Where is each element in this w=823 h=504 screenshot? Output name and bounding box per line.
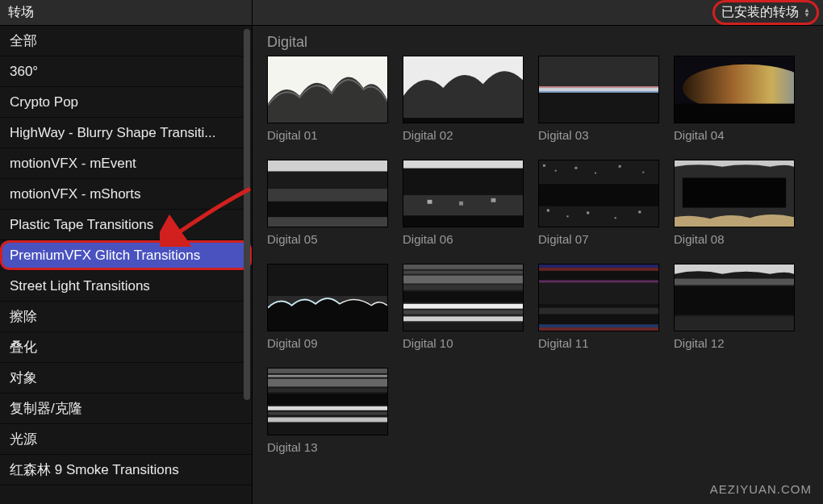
svg-rect-43 bbox=[403, 285, 523, 289]
svg-rect-53 bbox=[539, 281, 658, 283]
svg-rect-27 bbox=[595, 173, 596, 174]
svg-rect-46 bbox=[403, 310, 523, 314]
svg-rect-66 bbox=[268, 394, 387, 405]
svg-rect-64 bbox=[268, 379, 387, 387]
sidebar: 转场 全部 360° Crypto Pop HighWay - Blurry S… bbox=[0, 0, 253, 504]
svg-rect-41 bbox=[403, 271, 523, 274]
svg-rect-28 bbox=[619, 165, 621, 168]
grid-item[interactable]: Digital 04 bbox=[674, 56, 795, 142]
svg-rect-2 bbox=[403, 118, 523, 123]
thumbnail-label: Digital 05 bbox=[267, 232, 388, 246]
sidebar-item-object[interactable]: 对象 bbox=[0, 363, 252, 394]
svg-rect-44 bbox=[403, 291, 523, 302]
thumbnail-digital-09 bbox=[267, 264, 388, 331]
sidebar-item-dissolve[interactable]: 叠化 bbox=[0, 332, 252, 363]
svg-rect-33 bbox=[587, 211, 589, 214]
sidebar-item-360[interactable]: 360° bbox=[0, 56, 252, 87]
sidebar-item-plastic-tape[interactable]: Plastic Tape Transitions bbox=[0, 210, 252, 240]
sidebar-item-premiumvfx-glitch[interactable]: PremiumVFX Glitch Transitions bbox=[0, 240, 252, 271]
svg-rect-47 bbox=[403, 316, 523, 321]
sidebar-item-mevent[interactable]: motionVFX - mEvent bbox=[0, 148, 252, 179]
sidebar-item-crypto-pop[interactable]: Crypto Pop bbox=[0, 87, 252, 118]
grid-item[interactable]: Digital 01 bbox=[267, 56, 388, 142]
sidebar-list: 全部 360° Crypto Pop HighWay - Blurry Shap… bbox=[0, 26, 252, 504]
thumbnail-digital-07 bbox=[538, 160, 659, 227]
svg-rect-45 bbox=[403, 304, 523, 309]
svg-rect-6 bbox=[539, 91, 658, 93]
svg-rect-12 bbox=[268, 172, 387, 189]
thumbnail-label: Digital 01 bbox=[267, 128, 388, 142]
svg-rect-63 bbox=[268, 375, 387, 377]
sidebar-item-mshorts[interactable]: motionVFX - mShorts bbox=[0, 179, 252, 210]
grid-item[interactable]: Digital 09 bbox=[267, 264, 388, 350]
grid-item[interactable]: Digital 12 bbox=[674, 264, 795, 350]
svg-rect-62 bbox=[268, 369, 387, 373]
svg-rect-51 bbox=[539, 268, 658, 271]
main-panel: 已安装的转场 ▲▼ Digital Di bbox=[253, 0, 823, 504]
svg-rect-5 bbox=[539, 86, 658, 88]
thumbnail-label: Digital 04 bbox=[674, 128, 795, 142]
installed-transitions-dropdown[interactable]: 已安装的转场 ▲▼ bbox=[715, 2, 817, 23]
thumbnail-digital-12 bbox=[674, 264, 795, 331]
grid-item[interactable]: Digital 03 bbox=[538, 56, 659, 142]
svg-rect-69 bbox=[268, 418, 387, 423]
svg-rect-56 bbox=[539, 327, 658, 331]
svg-rect-67 bbox=[268, 406, 387, 410]
grid-item[interactable]: Digital 10 bbox=[403, 264, 524, 350]
sidebar-item-wipe[interactable]: 擦除 bbox=[0, 302, 252, 332]
svg-rect-25 bbox=[555, 170, 557, 172]
grid-item[interactable]: Digital 02 bbox=[403, 56, 524, 142]
svg-rect-10 bbox=[675, 104, 794, 123]
svg-rect-13 bbox=[268, 189, 387, 202]
thumbnail-digital-04 bbox=[674, 56, 795, 123]
sidebar-scrollbar[interactable] bbox=[244, 29, 250, 400]
grid-item[interactable]: Digital 08 bbox=[674, 160, 795, 246]
svg-rect-22 bbox=[491, 198, 496, 202]
main-header: 已安装的转场 ▲▼ bbox=[253, 0, 823, 26]
grid-item[interactable]: Digital 05 bbox=[267, 160, 388, 246]
sidebar-item-red-forest[interactable]: 红森林 9 Smoke Transitions bbox=[0, 455, 252, 485]
svg-rect-68 bbox=[268, 412, 387, 415]
svg-rect-60 bbox=[675, 316, 794, 331]
svg-rect-26 bbox=[574, 167, 577, 169]
svg-rect-37 bbox=[683, 177, 786, 207]
svg-rect-17 bbox=[403, 169, 523, 195]
svg-rect-31 bbox=[547, 210, 549, 212]
svg-rect-32 bbox=[567, 215, 569, 217]
svg-rect-70 bbox=[268, 423, 387, 435]
svg-rect-59 bbox=[675, 286, 794, 314]
sidebar-item-highway[interactable]: HighWay - Blurry Shape Transiti... bbox=[0, 118, 252, 148]
grid-item[interactable]: Digital 06 bbox=[403, 160, 524, 246]
svg-rect-15 bbox=[268, 217, 387, 227]
sidebar-title: 转场 bbox=[0, 0, 252, 26]
svg-rect-7 bbox=[539, 93, 658, 123]
grid-item[interactable]: Digital 11 bbox=[538, 264, 659, 350]
thumbnail-label: Digital 03 bbox=[538, 128, 659, 142]
svg-rect-11 bbox=[268, 160, 387, 172]
thumbnail-label: Digital 09 bbox=[267, 336, 388, 350]
chevron-up-down-icon: ▲▼ bbox=[804, 8, 810, 18]
thumbnail-label: Digital 02 bbox=[403, 128, 524, 142]
thumbnail-digital-08 bbox=[674, 160, 795, 227]
sidebar-item-all[interactable]: 全部 bbox=[0, 26, 252, 56]
thumbnail-label: Digital 13 bbox=[267, 440, 388, 454]
thumbnail-area: Digital Digital 01 bbox=[253, 26, 823, 504]
thumbnail-digital-05 bbox=[267, 160, 388, 227]
svg-rect-48 bbox=[403, 323, 523, 331]
grid-item[interactable]: Digital 13 bbox=[267, 368, 388, 454]
thumbnail-digital-11 bbox=[538, 264, 659, 331]
svg-rect-14 bbox=[268, 202, 387, 218]
thumbnail-grid: Digital 01 Digital 02 bbox=[267, 56, 815, 454]
sidebar-item-replicator[interactable]: 复制器/克隆 bbox=[0, 394, 252, 424]
thumbnail-digital-01 bbox=[267, 56, 388, 123]
sidebar-item-street-light[interactable]: Street Light Transitions bbox=[0, 271, 252, 302]
thumbnail-label: Digital 08 bbox=[674, 232, 795, 246]
grid-item[interactable]: Digital 07 bbox=[538, 160, 659, 246]
watermark: AEZIYUAN.COM bbox=[710, 482, 812, 496]
thumbnail-digital-13 bbox=[267, 368, 388, 435]
svg-rect-30 bbox=[539, 184, 658, 206]
svg-rect-34 bbox=[615, 217, 616, 219]
sidebar-item-light[interactable]: 光源 bbox=[0, 424, 252, 455]
thumbnail-digital-03 bbox=[538, 56, 659, 123]
thumbnail-digital-02 bbox=[403, 56, 524, 123]
